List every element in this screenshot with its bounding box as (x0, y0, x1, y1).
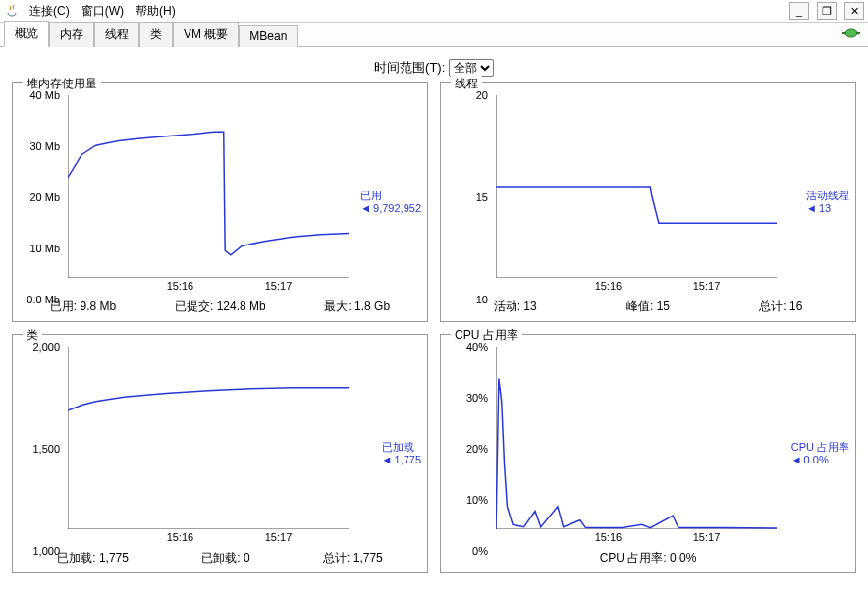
heap-side-label: 已用 ◄9,792,952 (360, 190, 421, 215)
menu-help[interactable]: 帮助(H) (130, 1, 182, 22)
tab-bar: 概览 内存 线程 类 VM 概要 MBean (0, 23, 868, 47)
classes-side-label: 已加载 ◄1,775 (382, 441, 421, 466)
tab-classes[interactable]: 类 (139, 22, 173, 47)
chart-threads (496, 95, 777, 278)
chart-heap (68, 95, 349, 278)
svg-rect-2 (856, 32, 860, 34)
connection-status-icon (842, 27, 860, 40)
tab-mbean[interactable]: MBean (239, 25, 298, 47)
close-button[interactable]: ✕ (844, 2, 864, 20)
tab-vm-summary[interactable]: VM 概要 (173, 22, 239, 47)
svg-rect-1 (842, 32, 846, 34)
charts-grid: 堆内存使用量 0.0 Mb10 Mb20 Mb30 Mb40 Mb 已用 ◄9,… (0, 82, 868, 583)
tab-threads[interactable]: 线程 (94, 22, 139, 47)
heap-footer: 已用: 9.8 Mb 已提交: 124.8 Mb 最大: 1.8 Gb (13, 296, 427, 321)
panel-heap: 堆内存使用量 0.0 Mb10 Mb20 Mb30 Mb40 Mb 已用 ◄9,… (12, 82, 428, 322)
classes-footer: 已加载: 1,775 已卸载: 0 总计: 1,775 (13, 547, 427, 572)
cpu-footer: CPU 占用率: 0.0% (441, 547, 855, 572)
tab-memory[interactable]: 内存 (49, 22, 94, 47)
minimize-button[interactable]: _ (789, 2, 809, 20)
threads-side-label: 活动线程 ◄13 (806, 190, 849, 215)
time-range-select[interactable]: 全部 (449, 59, 494, 77)
svg-point-0 (845, 29, 857, 37)
chart-classes (68, 347, 349, 529)
panel-classes: 类 1,0001,5002,000 已加载 ◄1,775 15:1615:17 … (12, 334, 428, 573)
time-range-row: 时间范围(T): 全部 (0, 47, 868, 82)
menu-window[interactable]: 窗口(W) (76, 1, 130, 22)
menu-bar: 连接(C) 窗口(W) 帮助(H) _ ❐ ✕ (0, 0, 868, 23)
panel-cpu: CPU 占用率 0%10%20%30%40% CPU 占用率 ◄0.0% 15:… (440, 334, 856, 573)
java-icon (4, 3, 20, 19)
chart-cpu (496, 347, 777, 529)
tab-overview[interactable]: 概览 (4, 21, 49, 47)
menu-connect[interactable]: 连接(C) (24, 1, 76, 22)
threads-footer: 活动: 13 峰值: 15 总计: 16 (441, 296, 855, 321)
cpu-side-label: CPU 占用率 ◄0.0% (791, 441, 849, 466)
panel-threads: 线程 101520 活动线程 ◄13 15:1615:17 活动: 13 峰值:… (440, 82, 856, 322)
window-controls: _ ❐ ✕ (789, 2, 864, 20)
time-range-label: 时间范围(T): (374, 60, 445, 75)
maximize-button[interactable]: ❐ (817, 2, 837, 20)
